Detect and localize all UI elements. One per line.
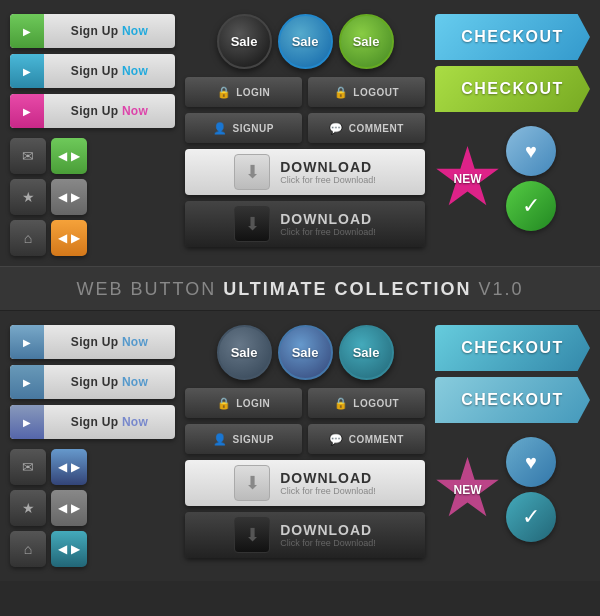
arrow-icon-gray-g	[10, 325, 44, 359]
download-light-btn[interactable]: ⬇ DOWNLOAD Click for free Download!	[185, 149, 425, 195]
title-version: V1.0	[471, 279, 523, 299]
download-title-light-b: DOWNLOAD	[280, 470, 376, 486]
sale-row-bottom: Sale Sale Sale	[185, 325, 425, 380]
comment-label: COMMENT	[349, 123, 404, 134]
new-label: NEW	[454, 172, 482, 186]
signup-label-gray-b: Sign Up Now	[44, 375, 175, 389]
signup-mini-btn[interactable]: 👤SIGNUP	[185, 113, 302, 143]
check-badge-b[interactable]: ✓	[506, 492, 556, 542]
heart-check-col-b: ♥ ✓	[506, 437, 556, 542]
arrow-icon-blue	[10, 54, 44, 88]
signup-btn-pink[interactable]: Sign Up Now	[10, 94, 175, 128]
now-highlight-pink: Now	[122, 104, 148, 118]
download-light-btn-b[interactable]: ⬇ DOWNLOAD Click for free Download!	[185, 460, 425, 506]
chevron-left-gray-btn[interactable]: ◀ ▶	[51, 179, 87, 215]
user-icon: 👤	[213, 122, 228, 135]
user-icon-b: 👤	[213, 433, 228, 446]
check-badge[interactable]: ✓	[506, 181, 556, 231]
main-container: Sign Up Now Sign Up Now Sign Up Now ✉ ★ …	[0, 0, 600, 581]
bottom-section: Sign Up Now Sign Up Now Sign Up Now ✉ ★ …	[0, 311, 600, 581]
sale-btn-blue2[interactable]: Sale	[278, 325, 333, 380]
email-icon-btn-b[interactable]: ✉	[10, 449, 46, 485]
sale-row-top: Sale Sale Sale	[185, 14, 425, 69]
chevron-left-orange-btn[interactable]: ◀ ▶	[51, 220, 87, 256]
star-icon-btn-b[interactable]: ★	[10, 490, 46, 526]
chevron-gray2-btn[interactable]: ◀ ▶	[51, 490, 87, 526]
sale-btn-green[interactable]: Sale	[339, 14, 394, 69]
right-col-bottom: CHECKOUT CHECKOUT NEW ♥ ✓	[435, 325, 590, 567]
now-highlight-b: Now	[122, 375, 148, 389]
email-icon-btn[interactable]: ✉	[10, 138, 46, 174]
login-btn-b[interactable]: 🔒LOGIN	[185, 388, 302, 418]
download-sub-light: Click for free Download!	[280, 175, 376, 185]
comment-label-b: COMMENT	[349, 434, 404, 445]
signup-btn-green[interactable]: Sign Up Now	[10, 14, 175, 48]
signup-comment-row-bottom: 👤SIGNUP 💬COMMENT	[185, 424, 425, 454]
signup-label-green: Sign Up Now	[44, 24, 175, 38]
signup-btn-gray-p[interactable]: Sign Up Now	[10, 405, 175, 439]
login-row-top: 🔒LOGIN 🔒LOGOUT	[185, 77, 425, 107]
signup-mini-label-b: SIGNUP	[233, 434, 274, 445]
download-arrow-light-b: ⬇	[234, 465, 270, 501]
sale-btn-dark2[interactable]: Sale	[217, 325, 272, 380]
heart-badge[interactable]: ♥	[506, 126, 556, 176]
sale-btn-dark[interactable]: Sale	[217, 14, 272, 69]
checkout-tag-blue[interactable]: CHECKOUT	[435, 14, 590, 60]
signup-label-blue: Sign Up Now	[44, 64, 175, 78]
checkout-tag-teal2[interactable]: CHECKOUT	[435, 377, 590, 423]
signup-col-top: Sign Up Now Sign Up Now Sign Up Now ✉ ★ …	[10, 14, 175, 256]
signup-mini-btn-b[interactable]: 👤SIGNUP	[185, 424, 302, 454]
arrow-icon-green	[10, 14, 44, 48]
lock-icon: 🔒	[217, 86, 232, 99]
download-dark-btn[interactable]: ⬇ DOWNLOAD Click for free Download!	[185, 201, 425, 247]
signup-btn-gray-b[interactable]: Sign Up Now	[10, 365, 175, 399]
comment-btn[interactable]: 💬COMMENT	[308, 113, 425, 143]
icon-grid-bottom: ✉ ★ ⌂ ◀ ▶ ◀ ▶ ◀ ▶	[10, 449, 175, 567]
icon-grid-top: ✉ ★ ⌂ ◀ ▶ ◀ ▶ ◀ ▶	[10, 138, 175, 256]
home-icon-btn-b[interactable]: ⌂	[10, 531, 46, 567]
star-icon-btn[interactable]: ★	[10, 179, 46, 215]
middle-col-top: Sale Sale Sale 🔒LOGIN 🔒LOGOUT 👤SIGNUP 💬C…	[185, 14, 425, 256]
download-arrow-dark: ⬇	[234, 206, 270, 242]
sale-btn-blue[interactable]: Sale	[278, 14, 333, 69]
top-section: Sign Up Now Sign Up Now Sign Up Now ✉ ★ …	[0, 0, 600, 266]
new-label-bottom: NEW	[454, 483, 482, 497]
signup-label-gray-p: Sign Up Now	[44, 415, 175, 429]
new-badge-bottom[interactable]: NEW	[435, 457, 500, 522]
heart-badge-b[interactable]: ♥	[506, 437, 556, 487]
icon-col-left: ✉ ★ ⌂	[10, 138, 46, 256]
sale-btn-teal[interactable]: Sale	[339, 325, 394, 380]
chevron-teal-btn[interactable]: ◀ ▶	[51, 531, 87, 567]
login-label: LOGIN	[236, 87, 270, 98]
login-btn[interactable]: 🔒LOGIN	[185, 77, 302, 107]
download-text-light-b: DOWNLOAD Click for free Download!	[280, 470, 376, 496]
new-badge-pink[interactable]: NEW	[435, 146, 500, 211]
signup-label-gray-g: Sign Up Now	[44, 335, 175, 349]
logout-btn[interactable]: 🔒LOGOUT	[308, 77, 425, 107]
chevron-blue2-btn[interactable]: ◀ ▶	[51, 449, 87, 485]
download-arrow-dark-b: ⬇	[234, 517, 270, 553]
icon-col-right: ◀ ▶ ◀ ▶ ◀ ▶	[51, 138, 87, 256]
login-row-bottom: 🔒LOGIN 🔒LOGOUT	[185, 388, 425, 418]
download-sub-dark: Click for free Download!	[280, 227, 376, 237]
arrow-icon-pink	[10, 94, 44, 128]
logout-label: LOGOUT	[353, 87, 399, 98]
checkout-tag-green[interactable]: CHECKOUT	[435, 66, 590, 112]
logout-btn-b[interactable]: 🔒LOGOUT	[308, 388, 425, 418]
comment-btn-b[interactable]: 💬COMMENT	[308, 424, 425, 454]
download-sub-dark-b: Click for free Download!	[280, 538, 376, 548]
chevron-left-green-btn[interactable]: ◀ ▶	[51, 138, 87, 174]
signup-label-pink: Sign Up Now	[44, 104, 175, 118]
signup-btn-gray-g[interactable]: Sign Up Now	[10, 325, 175, 359]
download-text-dark: DOWNLOAD Click for free Download!	[280, 211, 376, 237]
download-dark-btn-b[interactable]: ⬇ DOWNLOAD Click for free Download!	[185, 512, 425, 558]
signup-btn-blue[interactable]: Sign Up Now	[10, 54, 175, 88]
download-text-light: DOWNLOAD Click for free Download!	[280, 159, 376, 185]
home-icon-btn[interactable]: ⌂	[10, 220, 46, 256]
lock-icon2: 🔒	[334, 86, 349, 99]
right-col-top: CHECKOUT CHECKOUT NEW ♥ ✓	[435, 14, 590, 256]
checkout-tag-teal[interactable]: CHECKOUT	[435, 325, 590, 371]
download-title-dark: DOWNLOAD	[280, 211, 376, 227]
download-title-dark-b: DOWNLOAD	[280, 522, 376, 538]
now-highlight: Now	[122, 64, 148, 78]
